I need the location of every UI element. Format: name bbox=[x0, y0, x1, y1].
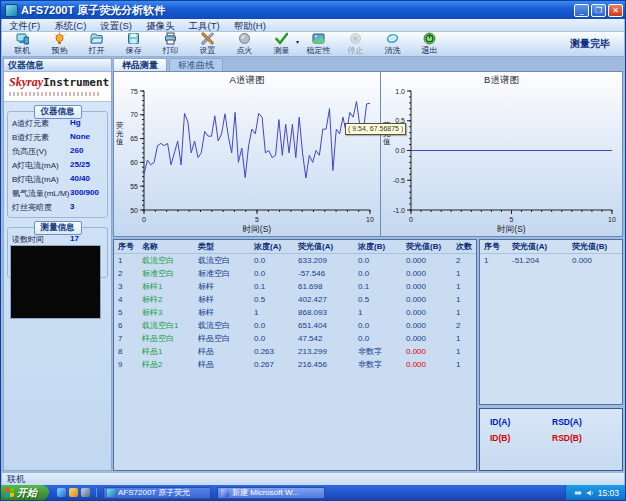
table-row[interactable]: 4标样2标样0.5402.4270.50.0001 bbox=[114, 293, 476, 306]
close-button[interactable]: ✕ bbox=[608, 4, 623, 17]
toolbar: 联机预热打开保存打印设置点火测量▾稳定性停止清洗退出测量完毕 bbox=[2, 32, 624, 57]
table-cell: 402.427 bbox=[294, 295, 354, 304]
table-cell: 3 bbox=[114, 282, 138, 291]
info-label: 读数时间 bbox=[12, 234, 70, 245]
stat-label-ID(A): ID(A) bbox=[490, 417, 552, 427]
result-table: 序号荧光值(A)荧光值(B)1-51.2040.000 bbox=[479, 239, 623, 405]
table-cell: 1 bbox=[452, 295, 477, 304]
internet-icon[interactable] bbox=[57, 488, 66, 497]
toolbar-button-退出[interactable]: 退出 bbox=[411, 32, 448, 56]
sidebar-section-1: 仪器信息A道灯元素HgB道灯元素None负高压(V)260A灯电流(mA)25/… bbox=[7, 111, 108, 218]
taskbar-task-afs[interactable]: AFS7200T 原子荧光 bbox=[103, 487, 211, 499]
tab-样品测量[interactable]: 样品测量 bbox=[113, 58, 167, 71]
column-header: 荧光值(B) bbox=[402, 241, 452, 252]
menu-item-3[interactable]: 设置(S) bbox=[93, 19, 139, 31]
table-cell: 0.1 bbox=[354, 282, 402, 291]
start-button[interactable]: 开始 bbox=[1, 485, 49, 500]
afs-app-icon bbox=[107, 489, 115, 497]
status-bar: 联机 bbox=[2, 472, 624, 485]
table-cell: 0.0 bbox=[354, 321, 402, 330]
table-cell: 0.263 bbox=[250, 347, 294, 356]
system-tray: 15:03 bbox=[565, 485, 625, 500]
brand-logo-red: Skyray bbox=[9, 75, 43, 89]
toolbar-button-设置[interactable]: 设置 bbox=[189, 32, 226, 56]
table-row[interactable]: 5标样3标样1868.09310.0001 bbox=[114, 306, 476, 319]
info-row: 灯丝亮暗度3 bbox=[8, 200, 107, 214]
svg-text:75: 75 bbox=[130, 88, 138, 95]
table-cell: 样品 bbox=[194, 346, 250, 357]
toolbar-button-点火[interactable]: 点火 bbox=[226, 32, 263, 56]
app-window: AFS7200T 原子荧光分析软件 _ ❐ ✕ 文件(F)系统(C)设置(S)摄… bbox=[0, 0, 626, 501]
info-value: 260 bbox=[70, 146, 83, 157]
table-cell: 0.0 bbox=[354, 334, 402, 343]
sidebar-header: 仪器信息 bbox=[4, 59, 111, 72]
toolbar-button-保存[interactable]: 保存 bbox=[115, 32, 152, 56]
tab-标准曲线[interactable]: 标准曲线 bbox=[169, 58, 223, 71]
toolbar-button-清洗[interactable]: 清洗 bbox=[374, 32, 411, 56]
table-cell: 1 bbox=[250, 308, 294, 317]
chart-plot[interactable]: -1.0-0.50.00.51.00510时间(S) bbox=[381, 85, 622, 236]
toolbar-button-停止: 停止 bbox=[337, 32, 374, 56]
table-row[interactable]: 6载流空白1载流空白0.0651.4040.00.0002 bbox=[114, 319, 476, 332]
toolbar-button-测量[interactable]: 测量▾ bbox=[263, 32, 300, 56]
table-cell: 47.542 bbox=[294, 334, 354, 343]
column-header: 荧光值(B) bbox=[568, 241, 622, 252]
monitor-icon bbox=[16, 32, 30, 45]
toolbar-button-联机[interactable]: 联机 bbox=[4, 32, 41, 56]
table-cell: 868.093 bbox=[294, 308, 354, 317]
table-row[interactable]: 2标准空白标准空白0.0-57.5460.00.0001 bbox=[114, 267, 476, 280]
table-row[interactable]: 7样品空白样品空白0.047.5420.00.0001 bbox=[114, 332, 476, 345]
menu-item-4[interactable]: 摄像头 bbox=[139, 19, 182, 31]
table-cell: 213.299 bbox=[294, 347, 354, 356]
minimize-button[interactable]: _ bbox=[574, 4, 589, 17]
chart-panel-b[interactable]: B道谱图荧光值-1.0-0.50.00.51.00510时间(S) bbox=[381, 71, 623, 237]
maximize-button[interactable]: ❐ bbox=[591, 4, 606, 17]
chart-panel-a[interactable]: A道谱图荧光值5055606570750510时间(S) bbox=[113, 71, 381, 237]
menu-item-6[interactable]: 帮助(H) bbox=[227, 19, 273, 31]
table-cell: 非数字 bbox=[354, 346, 402, 357]
table-row[interactable]: 3标样1标样0.161.6980.10.0001 bbox=[114, 280, 476, 293]
table-cell: 2 bbox=[452, 321, 477, 330]
chart-plot[interactable]: 5055606570750510时间(S) bbox=[114, 85, 380, 236]
table-cell: 0.000 bbox=[402, 256, 452, 265]
table-cell: 1 bbox=[114, 256, 138, 265]
device-tray-icon[interactable] bbox=[574, 489, 582, 497]
title-bar: AFS7200T 原子荧光分析软件 _ ❐ ✕ bbox=[1, 1, 625, 19]
cursor-tooltip: ( 9.54, 67.56875 ) bbox=[345, 123, 406, 135]
toolbar-button-打印[interactable]: 打印 bbox=[152, 32, 189, 56]
svg-text:5: 5 bbox=[255, 216, 259, 223]
toolbar-button-预热[interactable]: 预热 bbox=[41, 32, 78, 56]
info-label: 灯丝亮暗度 bbox=[12, 202, 70, 213]
folder-open-icon bbox=[90, 32, 104, 45]
table-cell: 标准空白 bbox=[138, 268, 194, 279]
table-cell: 样品 bbox=[194, 359, 250, 370]
info-label: 负高压(V) bbox=[12, 146, 70, 157]
table-row[interactable]: 1-51.2040.000 bbox=[480, 254, 622, 267]
dropdown-arrow-icon[interactable]: ▾ bbox=[296, 38, 299, 45]
toolbar-button-label: 预热 bbox=[52, 45, 68, 56]
stat-label-ID(B): ID(B) bbox=[490, 433, 552, 443]
table-cell: 0.0 bbox=[250, 269, 294, 278]
menu-item-2[interactable]: 系统(C) bbox=[47, 19, 93, 31]
table-row[interactable]: 1载流空白载流空白0.0633.2090.00.0002 bbox=[114, 254, 476, 267]
volume-tray-icon[interactable] bbox=[586, 489, 594, 497]
menu-item-5[interactable]: 工具(T) bbox=[182, 19, 227, 31]
table-row[interactable]: 9样品2样品0.267216.456非数字0.0001 bbox=[114, 358, 476, 371]
toolbar-button-稳定性[interactable]: 稳定性 bbox=[300, 32, 337, 56]
table-cell: 标样3 bbox=[138, 307, 194, 318]
table-cell: 1 bbox=[452, 269, 477, 278]
taskbar: 开始 AFS7200T 原子荧光 新建 Microsoft W... 15:03 bbox=[1, 485, 625, 500]
column-header: 荧光值(A) bbox=[294, 241, 354, 252]
show-desktop-icon[interactable] bbox=[69, 488, 78, 497]
toolbar-button-label: 打印 bbox=[163, 45, 179, 56]
toolbar-button-label: 测量 bbox=[274, 45, 290, 56]
toolbar-button-打开[interactable]: 打开 bbox=[78, 32, 115, 56]
svg-text:50: 50 bbox=[130, 207, 138, 214]
taskbar-task-word[interactable]: 新建 Microsoft W... bbox=[217, 487, 325, 499]
media-player-icon[interactable] bbox=[81, 488, 90, 497]
windows-flag-icon bbox=[5, 488, 14, 498]
taskbar-clock[interactable]: 15:03 bbox=[598, 488, 619, 498]
table-row[interactable]: 8样品1样品0.263213.299非数字0.0001 bbox=[114, 345, 476, 358]
table-cell: 载流空白1 bbox=[138, 320, 194, 331]
menu-item-1[interactable]: 文件(F) bbox=[2, 19, 47, 31]
